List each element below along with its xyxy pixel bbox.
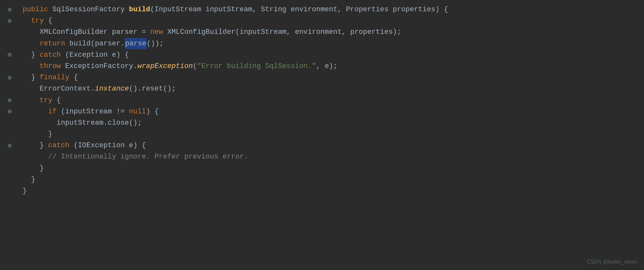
code-area: public SqlSessionFactory build(InputStre… bbox=[19, 3, 644, 270]
code-line-16: } bbox=[23, 185, 644, 197]
gutter-icon-10 bbox=[0, 117, 19, 129]
code-line-5: throw ExceptionFactory.wrapException("Er… bbox=[23, 61, 644, 72]
gutter-icon-1[interactable] bbox=[0, 15, 19, 26]
code-line-8: try { bbox=[23, 95, 644, 106]
code-line-10: inputStream.close(); bbox=[23, 117, 644, 129]
code-line-7: ErrorContext.instance().reset(); bbox=[23, 83, 644, 94]
code-line-1: try { bbox=[23, 15, 644, 26]
code-line-9: if (inputStream != null) { bbox=[23, 106, 644, 117]
code-line-2: XMLConfigBuilder parser = new XMLConfigB… bbox=[23, 26, 644, 38]
code-line-15: } bbox=[23, 174, 644, 185]
gutter-icon-7 bbox=[0, 83, 19, 94]
gutter-icon-9[interactable] bbox=[0, 106, 19, 117]
gutter-icon-6[interactable] bbox=[0, 72, 19, 83]
gutter-icon-15 bbox=[0, 174, 19, 185]
gutter-icon-8[interactable] bbox=[0, 95, 19, 106]
code-line-13: // Intentionally ignore. Prefer previous… bbox=[23, 151, 644, 162]
code-line-4: } catch (Exception e) { bbox=[23, 49, 644, 61]
code-line-0: public SqlSessionFactory build(InputStre… bbox=[23, 4, 644, 15]
code-editor: public SqlSessionFactory build(InputStre… bbox=[0, 0, 644, 270]
code-line-12: } catch (IOException e) { bbox=[23, 140, 644, 151]
gutter-icon-16 bbox=[0, 185, 19, 197]
gutter-icon-0[interactable] bbox=[0, 4, 19, 15]
gutter-icon-2 bbox=[0, 26, 19, 38]
gutter-icon-4[interactable] bbox=[0, 49, 19, 61]
gutter bbox=[0, 3, 19, 270]
code-line-11: } bbox=[23, 129, 644, 140]
gutter-icon-12[interactable] bbox=[0, 140, 19, 151]
gutter-icon-11 bbox=[0, 129, 19, 140]
watermark: CSDN @hutter_return bbox=[587, 258, 638, 266]
code-line-14: } bbox=[23, 163, 644, 174]
gutter-icon-5 bbox=[0, 61, 19, 72]
code-line-6: } finally { bbox=[23, 72, 644, 83]
gutter-icon-13 bbox=[0, 151, 19, 162]
gutter-icon-3 bbox=[0, 38, 19, 49]
code-line-3: return build(parser.parse()); bbox=[23, 38, 644, 49]
gutter-icon-14 bbox=[0, 163, 19, 174]
